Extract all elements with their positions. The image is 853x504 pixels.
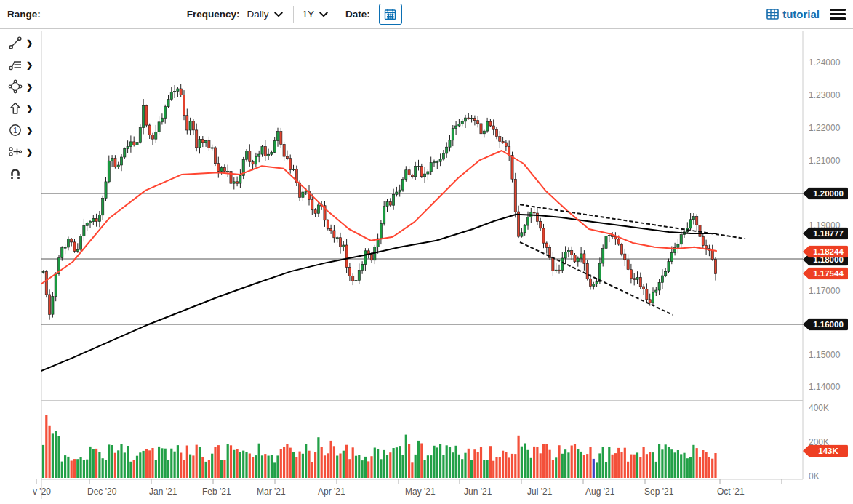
chart-canvas[interactable] bbox=[0, 0, 853, 504]
charting-app: Range: Frequency: Daily 1Y Date: bbox=[0, 0, 853, 504]
